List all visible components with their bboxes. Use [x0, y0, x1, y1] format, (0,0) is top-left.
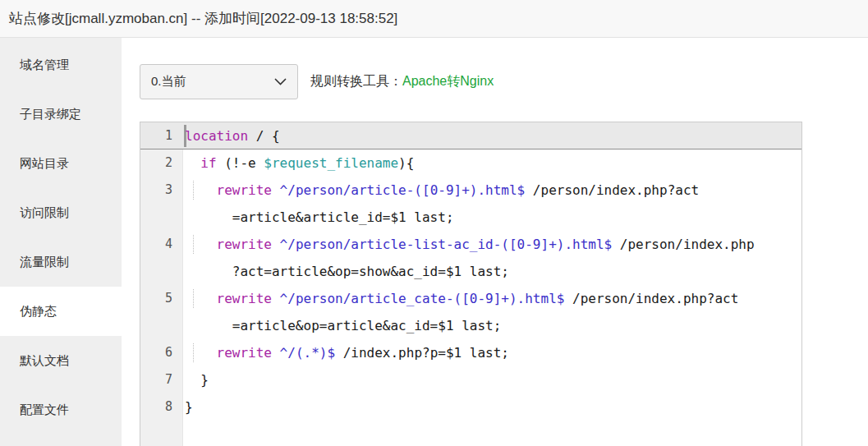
code-text: }: [183, 393, 193, 421]
code-text: =article&article_id=$1 last;: [183, 204, 454, 231]
sidebar-item-8[interactable]: 配置文件: [0, 385, 122, 435]
code-text: if (!-e $request_filename){: [183, 149, 414, 177]
line-number: 6: [140, 339, 183, 366]
chevron-down-icon: [274, 78, 287, 85]
sidebar-item-1[interactable]: 域名管理: [0, 40, 122, 90]
code-line-8[interactable]: 8}: [140, 393, 801, 421]
line-number: 7: [140, 366, 183, 393]
sidebar-item-3[interactable]: 网站目录: [0, 139, 122, 188]
code-line-5-wrap[interactable]: =article&op=article&ac_id=$1 last;: [140, 312, 801, 339]
rewrite-template-select[interactable]: 0.当前: [140, 64, 298, 99]
window-title-bar: 站点修改[jcmall.yzmoban.cn] -- 添加时间[2022-09-…: [0, 0, 868, 38]
sidebar-item-5[interactable]: 流量限制: [0, 237, 122, 287]
code-line-2[interactable]: 2 if (!-e $request_filename){: [140, 149, 801, 177]
editor-rows: 1location / {2 if (!-e $request_filename…: [140, 122, 801, 421]
convert-tool-label: 规则转换工具：: [310, 73, 402, 90]
select-value: 0.当前: [151, 74, 186, 90]
sidebar-item-6[interactable]: 伪静态: [0, 287, 122, 336]
rewrite-editor[interactable]: 1location / {2 if (!-e $request_filename…: [140, 122, 802, 446]
code-line-5[interactable]: 5 rewrite ^/person/article_cate-([0-9]+)…: [140, 285, 801, 312]
code-line-4-wrap[interactable]: ?act=article&op=show&ac_id=$1 last;: [140, 258, 801, 285]
line-number: 8: [140, 393, 183, 421]
page-title: 站点修改[jcmall.yzmoban.cn] -- 添加时间[2022-09-…: [9, 9, 397, 28]
line-number: 1: [140, 122, 183, 149]
code-line-6[interactable]: 6 rewrite ^/(.*)$ /index.php?p=$1 last;: [140, 339, 801, 366]
code-line-7[interactable]: 7 }: [140, 366, 801, 393]
code-text: rewrite ^/person/article-list-ac_id-([0-…: [183, 231, 755, 258]
code-text: ?act=article&op=show&ac_id=$1 last;: [183, 258, 509, 285]
code-text: =article&op=article&ac_id=$1 last;: [183, 312, 501, 339]
apache-to-nginx-link[interactable]: Apache转Nginx: [402, 73, 494, 90]
code-line-1[interactable]: 1location / {: [140, 122, 801, 149]
code-text: location / {: [183, 122, 280, 149]
code-text: rewrite ^/(.*)$ /index.php?p=$1 last;: [183, 339, 509, 366]
line-number: [140, 258, 183, 285]
sidebar: 域名管理子目录绑定网站目录访问限制流量限制伪静态默认文档配置文件: [0, 38, 122, 446]
content-layout: 域名管理子目录绑定网站目录访问限制流量限制伪静态默认文档配置文件 0.当前 规则…: [0, 38, 868, 446]
line-number: 3: [140, 177, 183, 204]
sidebar-item-7[interactable]: 默认文档: [0, 336, 122, 385]
line-number: [140, 312, 183, 339]
line-number: [140, 204, 183, 231]
sidebar-item-4[interactable]: 访问限制: [0, 188, 122, 237]
code-line-4[interactable]: 4 rewrite ^/person/article-list-ac_id-([…: [140, 231, 801, 258]
code-text: rewrite ^/person/article_cate-([0-9]+).h…: [183, 285, 738, 312]
rewrite-toolbar: 0.当前 规则转换工具： Apache转Nginx: [140, 64, 868, 99]
line-number: 5: [140, 285, 183, 312]
code-line-3-wrap[interactable]: =article&article_id=$1 last;: [140, 204, 801, 231]
line-number: 4: [140, 231, 183, 258]
line-number: 2: [140, 149, 183, 177]
code-line-3[interactable]: 3 rewrite ^/person/article-([0-9]+).html…: [140, 177, 801, 204]
code-text: rewrite ^/person/article-([0-9]+).html$ …: [183, 177, 699, 204]
sidebar-item-2[interactable]: 子目录绑定: [0, 90, 122, 139]
main-panel: 0.当前 规则转换工具： Apache转Nginx 1location / {2…: [122, 38, 868, 446]
code-text: }: [183, 366, 209, 393]
